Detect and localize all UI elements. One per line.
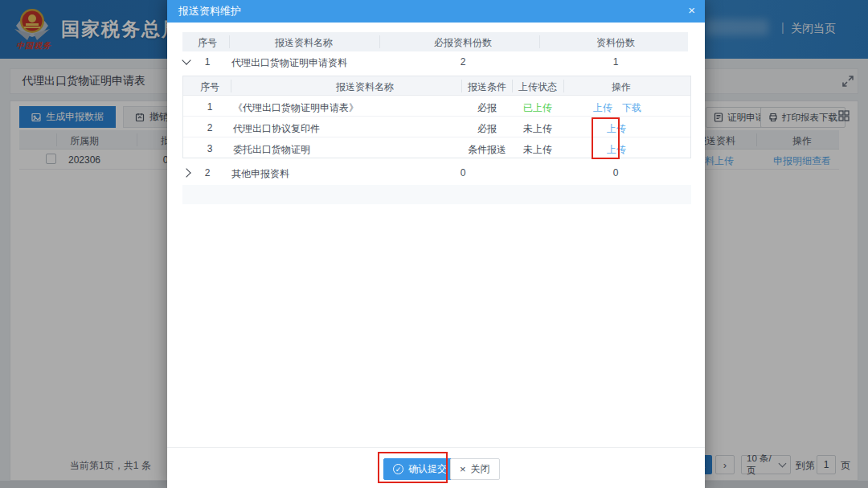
inner-row-2: 2 代理出口协议复印件 必报 未上传 上传 [183,117,690,137]
close-x-icon: × [460,463,466,475]
row-index: 1 [207,101,213,113]
material-group-name: 其他申报资料 [231,167,289,181]
row-index: 3 [207,143,213,154]
button-label: 关闭 [471,462,490,476]
outer-table-header: 序号 报送资料名称 必报资料份数 资料份数 [182,32,688,51]
chevron-right-icon[interactable] [182,168,190,177]
inner-table-header: 序号 报送资料名称 报送条件 上传状态 操作 [183,76,690,96]
modal-close-button[interactable]: × 关闭 [450,458,500,480]
row-index: 2 [207,122,213,133]
upload-link[interactable]: 上传 [607,122,626,136]
chevron-down-icon[interactable] [182,55,190,64]
inner-row-1: 1 《代理出口货物证明申请表》 必报 已上传 上传 下载 [183,96,690,117]
row-index: 2 [205,167,211,178]
download-link[interactable]: 下载 [622,101,641,115]
empty-row-stripe [182,185,691,204]
upload-status: 未上传 [523,143,552,157]
col-material-name: 报送资料名称 [336,80,394,94]
outer-row-1: 1 代理出口货物证明申请资料 2 1 [177,51,691,72]
col-index: 序号 [200,80,219,94]
condition: 必报 [477,122,497,136]
material-group-name: 代理出口货物证明申请资料 [231,56,347,70]
modal-close-icon[interactable]: × [688,3,695,17]
col-actions: 操作 [612,80,631,94]
modal-title: 报送资料维护 [178,4,241,18]
confirm-submit-button[interactable]: ✓ 确认提交 [383,458,457,480]
col-required-count: 必报资料份数 [434,36,492,50]
material-maintenance-modal: 报送资料维护 × 序号 报送资料名称 必报资料份数 资料份数 1 代理出口货物证… [167,0,705,488]
material-name: 委托出口货物证明 [233,143,310,157]
count: 0 [613,167,619,178]
app-root: 中国税务 国家税务总局 | 关闭当页 代理出口货物证明申请表 生成申报数据 撤销… [0,0,868,488]
inner-table: 序号 报送资料名称 报送条件 上传状态 操作 1 《代理出口货物证明申请表》 必… [182,76,691,158]
upload-link[interactable]: 上传 [607,143,626,157]
condition: 条件报送 [468,143,506,157]
required-count: 2 [461,56,466,68]
outer-row-2: 2 其他申报资料 0 0 [177,162,691,183]
count: 1 [613,56,619,68]
condition: 必报 [477,101,497,115]
modal-footer: ✓ 确认提交 × 关闭 [167,447,705,488]
col-upload-status: 上传状态 [518,80,557,94]
material-name: 《代理出口货物证明申请表》 [233,101,358,115]
required-count: 0 [461,167,466,178]
upload-status: 未上传 [523,122,552,136]
modal-header: 报送资料维护 × [167,0,705,23]
col-condition: 报送条件 [468,80,506,94]
upload-link[interactable]: 上传 [593,101,612,115]
upload-status: 已上传 [523,101,552,115]
material-name: 代理出口协议复印件 [233,122,320,136]
row-index: 1 [205,56,211,68]
col-material-name: 报送资料名称 [275,36,333,50]
col-count: 资料份数 [596,36,635,50]
inner-row-3: 3 委托出口货物证明 条件报送 未上传 上传 [183,137,690,158]
button-label: 确认提交 [408,462,447,476]
check-circle-icon: ✓ [393,464,403,474]
col-index: 序号 [198,36,217,50]
